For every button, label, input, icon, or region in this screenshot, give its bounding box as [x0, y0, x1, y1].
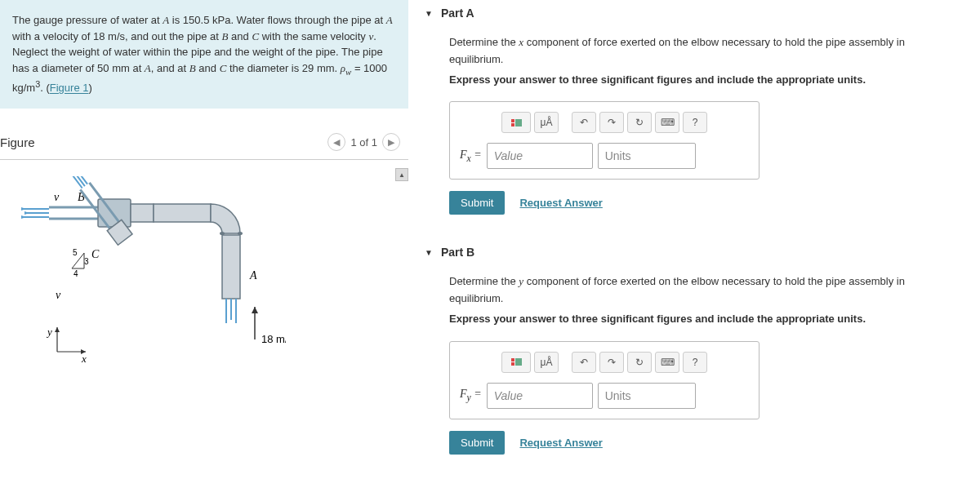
keyboard-button[interactable]: ⌨ [655, 112, 679, 133]
svg-rect-2 [98, 199, 131, 227]
redo-button[interactable]: ↷ [599, 112, 624, 133]
undo-button[interactable]: ↶ [572, 352, 596, 373]
part-b-request-answer-link[interactable]: Request Answer [519, 437, 602, 449]
problem-statement: The gauge pressure of water at A is 150.… [0, 0, 408, 109]
svg-text:v: v [56, 289, 61, 301]
svg-text:y: y [46, 326, 52, 338]
part-b-label: Fy = [460, 388, 482, 403]
keyboard-button[interactable]: ⌨ [655, 352, 679, 373]
part-b-answer-box: μÅ ↶ ↷ ↻ ⌨ ? Fy = Value Units [449, 341, 760, 419]
part-a-header[interactable]: ▼ Part A [425, 0, 964, 26]
special-chars-button[interactable]: μÅ [534, 352, 559, 373]
reset-button[interactable]: ↻ [627, 352, 652, 373]
caret-down-icon: ▼ [425, 9, 433, 18]
part-b-instruction: Determine the y component of force exert… [449, 273, 956, 308]
svg-text:A: A [249, 269, 257, 282]
part-a-units-input[interactable]: Units [598, 143, 696, 169]
svg-text:18 m/s: 18 m/s [261, 333, 286, 345]
part-a-instruction: Determine the x component of force exert… [449, 34, 956, 69]
part-a-section: ▼ Part A Determine the x component of fo… [425, 0, 964, 223]
part-a-submit-button[interactable]: Submit [449, 191, 505, 215]
undo-button[interactable]: ↶ [572, 112, 596, 133]
svg-text:3: 3 [84, 257, 89, 266]
figure-prev-button[interactable]: ◀ [327, 133, 345, 151]
part-a-value-input[interactable]: Value [487, 143, 593, 169]
template-button[interactable] [501, 112, 531, 133]
figure-counter: 1 of 1 [350, 136, 377, 149]
part-a-instruction-bold: Express your answer to three significant… [449, 72, 956, 89]
template-button[interactable] [501, 352, 531, 373]
part-a-answer-box: μÅ ↶ ↷ ↻ ⌨ ? Fx = Value Units [449, 101, 760, 180]
part-b-instruction-bold: Express your answer to three significant… [449, 311, 956, 328]
svg-text:5: 5 [73, 248, 78, 257]
help-button[interactable]: ? [683, 352, 707, 373]
svg-rect-14 [154, 204, 211, 222]
figure-title: Figure [0, 135, 35, 149]
reset-button[interactable]: ↻ [627, 112, 652, 133]
svg-text:C: C [91, 248, 100, 260]
special-chars-button[interactable]: μÅ [534, 112, 559, 133]
svg-text:4: 4 [74, 269, 78, 278]
help-button[interactable]: ? [683, 112, 707, 133]
pipe-diagram: v B C v 5 3 4 [8, 176, 286, 372]
part-b-section: ▼ Part B Determine the y component of fo… [425, 239, 964, 462]
part-b-units-input[interactable]: Units [598, 383, 696, 409]
svg-text:v: v [54, 191, 60, 203]
part-a-label: Fx = [460, 149, 482, 164]
figure-link[interactable]: Figure 1 [50, 82, 89, 95]
part-b-submit-button[interactable]: Submit [449, 431, 505, 455]
redo-button[interactable]: ↷ [599, 352, 624, 373]
figure-next-button[interactable]: ▶ [382, 133, 400, 151]
scroll-up-icon[interactable]: ▲ [395, 168, 408, 181]
svg-text:x: x [81, 353, 87, 365]
part-b-header[interactable]: ▼ Part B [425, 239, 964, 265]
caret-down-icon: ▼ [425, 248, 433, 257]
figure-section: Figure ◀ 1 of 1 ▶ ▲ v B [0, 133, 408, 388]
svg-rect-17 [222, 235, 240, 299]
part-b-value-input[interactable]: Value [487, 383, 593, 409]
svg-rect-3 [131, 204, 154, 222]
part-a-request-answer-link[interactable]: Request Answer [519, 197, 602, 209]
